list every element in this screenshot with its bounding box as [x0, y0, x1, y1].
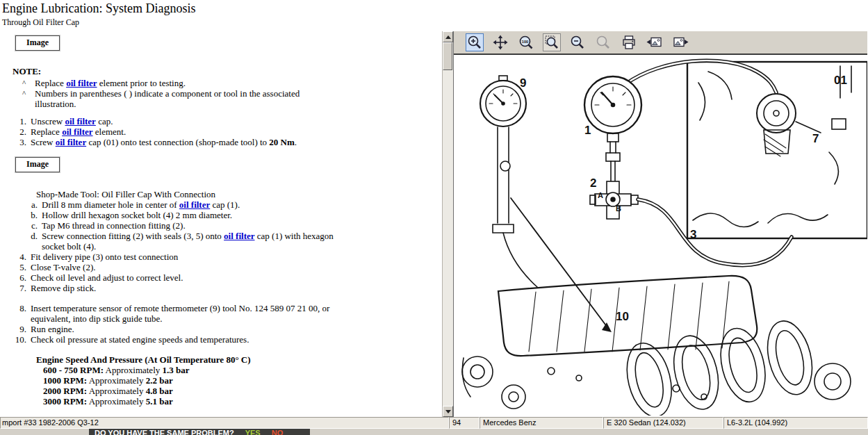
pan-button[interactable]: [491, 33, 509, 51]
step-number: 8.: [0, 303, 31, 324]
engine-illustration: 9 1 2 A B 3 10 01 7: [454, 55, 867, 416]
forum-question-text: DO YOU HAVE THE SAME PROBLEM?: [95, 429, 234, 435]
step-row-1: 1. Unscrew oil filter cap.: [0, 116, 442, 126]
oil-filter-link[interactable]: oil filter: [65, 116, 95, 126]
app-window: Engine Lubrication: System Diagnosis Thr…: [0, 0, 868, 435]
text-segment: Approximately: [104, 365, 163, 375]
step-text: Run engine.: [31, 324, 74, 334]
oil-filter-link[interactable]: oil filter: [224, 231, 254, 241]
note-label: NOTE:: [13, 66, 442, 76]
main-split: Image NOTE: ^ Replace oil filter element…: [0, 31, 868, 417]
print-button[interactable]: [620, 33, 638, 51]
page-header: Engine Lubrication: System Diagnosis Thr…: [0, 0, 868, 31]
zoom-100-label: 100: [522, 40, 528, 44]
pressure-line-4: 3000 RPM: Approximately 5.1 bar: [43, 396, 442, 407]
arrow-up-icon: [445, 35, 451, 39]
label-hose-3: 3: [690, 228, 696, 241]
zoom-100-button[interactable]: 100: [517, 33, 535, 51]
label-t-valve-2: 2: [590, 177, 596, 190]
zoom-100-icon: 100: [518, 35, 534, 50]
page-title: Engine Lubrication: System Diagnosis: [2, 1, 868, 16]
label-housing-01: 01: [834, 74, 847, 87]
image-button-bottom[interactable]: Image: [15, 157, 60, 172]
text-segment: Drill 8 mm diameter hole in center of: [42, 199, 179, 210]
text-segment: Screw connection fitting (2) with seals …: [42, 231, 224, 241]
step-row-5: 5. Close T-valve (2).: [0, 262, 442, 272]
step-text: Remove dip stick.: [31, 283, 96, 293]
page-subtitle: Through Oil Filter Cap: [2, 17, 868, 28]
forum-yes-link[interactable]: YES: [245, 429, 261, 435]
substep-row-d: d. Screw connection fitting (2) with sea…: [0, 231, 442, 252]
note-item: ^ Replace oil filter element prior to te…: [0, 78, 442, 88]
pan-icon: [493, 35, 508, 50]
zoom-dynamic-button[interactable]: [594, 33, 612, 51]
step-number: 5.: [0, 262, 31, 272]
step-row-2: 2. Replace oil filter element.: [0, 126, 442, 137]
zoom-window-button[interactable]: [543, 33, 561, 51]
substep-row-c: c. Tap M6 thread in connection fitting (…: [0, 220, 442, 231]
step-text: Check oil level and adjust to correct le…: [31, 272, 183, 283]
illustration-panel: 100: [453, 31, 867, 417]
text-segment: element prior to testing.: [97, 78, 186, 88]
rpm-label: 3000 RPM:: [43, 396, 87, 407]
step-text: Fit delivery pipe (3) onto test connecti…: [31, 252, 178, 262]
step-number: 10.: [0, 334, 31, 345]
step-row-8: 8. Insert temperature sensor of remote t…: [0, 303, 442, 324]
image-button-top[interactable]: Image: [15, 35, 60, 51]
pressure-line-1: 600 - 750 RPM: Approximately 1.3 bar: [43, 365, 442, 375]
forum-no-link[interactable]: NO: [272, 429, 284, 435]
image-toolbar: 100: [454, 31, 867, 55]
next-image-icon: [672, 35, 689, 50]
oil-filter-link[interactable]: oil filter: [56, 137, 86, 147]
pressure-table-heading: Engine Speed And Pressure (At Oil Temper…: [36, 354, 442, 365]
vertical-scrollbar[interactable]: [442, 31, 453, 417]
scrollbar-track[interactable]: [443, 42, 453, 406]
zoom-out-button[interactable]: [568, 33, 587, 51]
scrollbar-thumb[interactable]: [443, 42, 452, 70]
substep-letter: d.: [0, 231, 42, 252]
pressure-line-2: 1000 RPM: Approximately 2.2 bar: [43, 375, 442, 386]
status-cell-page: 94: [449, 417, 480, 429]
step-text: Check oil pressure at stated engine spee…: [31, 334, 249, 345]
step-row-10: 10. Check oil pressure at stated engine …: [0, 334, 442, 345]
pressure-value: 4.8 bar: [146, 386, 173, 396]
previous-image-icon: [646, 35, 663, 50]
forum-bar: DO YOU HAVE THE SAME PROBLEM? YES NO: [0, 429, 868, 435]
status-cell-make: Mercedes Benz: [480, 417, 603, 429]
text-segment: .: [295, 137, 297, 147]
scroll-down-button[interactable]: [443, 406, 453, 417]
substep-row-b: b. Hollow drill hexagon socket bolt (4) …: [0, 210, 442, 220]
substep-row-a: a. Drill 8 mm diameter hole in center of…: [0, 199, 442, 210]
substep-text: Hollow drill hexagon socket bolt (4) 2 m…: [42, 210, 232, 220]
illustration-area[interactable]: 9 1 2 A B 3 10 01 7: [454, 55, 867, 417]
note-text: Replace oil filter element prior to test…: [35, 78, 186, 88]
text-segment: element.: [93, 126, 126, 137]
step-text: Replace oil filter element.: [31, 126, 126, 137]
zoom-in-button[interactable]: [466, 33, 484, 51]
substep-text: Screw connection fitting (2) with seals …: [42, 231, 341, 252]
rpm-label: 2000 RPM:: [43, 386, 87, 396]
substep-letter: b.: [0, 210, 42, 220]
forum-bar-right-spacer: [310, 429, 868, 435]
step-text: Screw oil filter cap (01) onto test conn…: [31, 137, 297, 147]
oil-filter-link[interactable]: oil filter: [62, 126, 92, 137]
oil-filter-link[interactable]: oil filter: [66, 78, 97, 88]
label-gauge-1: 1: [584, 124, 591, 137]
pressure-value: 2.2 bar: [146, 375, 173, 386]
forum-bar-left-spacer: [0, 429, 89, 435]
zoom-out-icon: [570, 35, 585, 50]
status-cell-source: mport #33 1982-2006 Q3-12: [0, 417, 449, 429]
next-image-button[interactable]: [671, 33, 689, 51]
note-marker: ^: [22, 78, 35, 88]
text-segment: Unscrew: [31, 116, 65, 126]
step-text: Close T-valve (2).: [31, 262, 96, 272]
scroll-up-button[interactable]: [443, 31, 453, 42]
oil-filter-link[interactable]: oil filter: [179, 199, 210, 210]
spacer: [0, 293, 442, 303]
step-row-9: 9. Run engine.: [0, 324, 442, 334]
zoom-window-icon: [544, 35, 559, 50]
note-text: Numbers in parentheses ( ) indicate a co…: [35, 88, 334, 109]
torque-value: 20 Nm: [269, 137, 294, 147]
status-cell-engine: L6-3.2L (104.992): [723, 417, 868, 429]
previous-image-button[interactable]: [646, 33, 664, 51]
